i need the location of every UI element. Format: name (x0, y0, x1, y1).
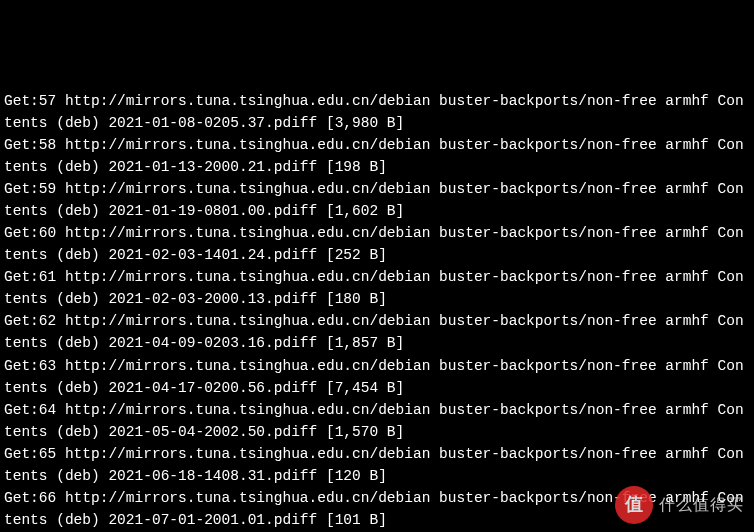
terminal-output: Get:57 http://mirrors.tuna.tsinghua.edu.… (4, 90, 750, 532)
watermark-text: 什么值得买 (659, 493, 744, 517)
watermark-badge-icon: 值 (615, 486, 653, 524)
watermark: 值 什么值得买 (615, 486, 744, 524)
